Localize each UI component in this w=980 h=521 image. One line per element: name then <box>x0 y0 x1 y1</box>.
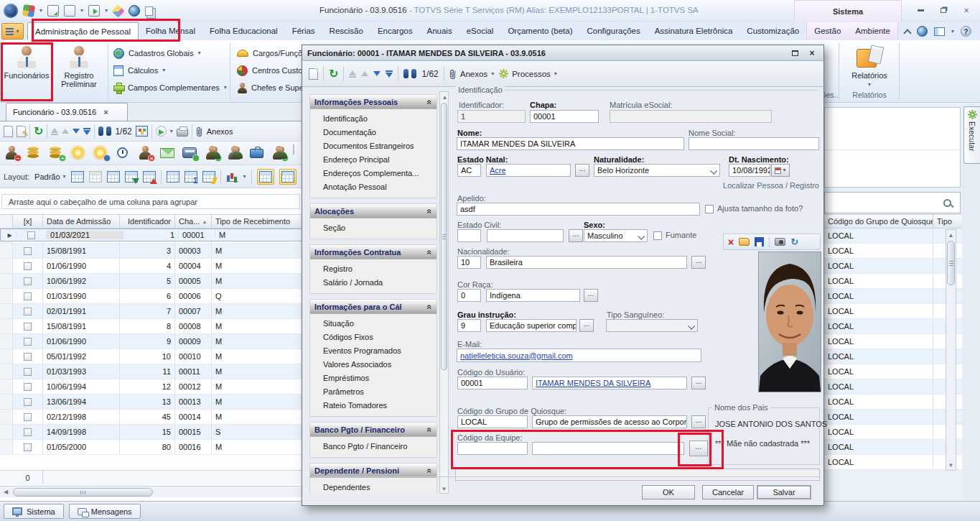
fumante-checkbox[interactable] <box>653 231 662 240</box>
table-row[interactable]: 10/06/1992500005M <box>0 274 307 289</box>
new-record-icon[interactable] <box>309 68 318 80</box>
chevron-down-icon[interactable]: ▾ <box>39 8 42 14</box>
chart-icon[interactable] <box>226 171 238 182</box>
mensagens-statusbar-button[interactable]: Mensagens <box>69 504 141 519</box>
ajusta-foto-checkbox[interactable] <box>705 205 714 213</box>
table-row[interactable]: 01/06/1990400004M <box>0 259 307 274</box>
scrollbar-thumb[interactable] <box>947 241 955 285</box>
schedule-icon[interactable] <box>115 145 132 161</box>
ok-button[interactable]: OK <box>642 485 695 499</box>
row-checkbox[interactable] <box>24 338 32 346</box>
email-field[interactable]: natielleleticia.souza@gmail.com <box>457 349 701 362</box>
search-binoculars-icon[interactable] <box>403 69 416 78</box>
export-layout-icon[interactable] <box>143 171 156 183</box>
chevron-down-icon[interactable]: ▾ <box>243 174 246 180</box>
briefcase-icon[interactable] <box>248 145 266 161</box>
close-tab-icon[interactable]: × <box>103 108 108 116</box>
nav-item-documentos-estrangeiros[interactable]: Documentos Estrangeiros <box>310 139 437 153</box>
nav-item-documentacao[interactable]: Documentação <box>310 126 437 139</box>
table-row[interactable]: 05/01/19921000010M <box>0 349 307 364</box>
help-icon[interactable]: ? <box>961 26 971 37</box>
ribbon-tab-assinatura-eletronica[interactable]: Assinatura Eletrônica <box>648 22 740 40</box>
processos-menu[interactable]: Processos ▾ <box>499 69 557 78</box>
nome-field[interactable]: ITAMAR MENDES DA SILVEIRA <box>457 137 684 150</box>
next-record-icon[interactable] <box>373 71 381 76</box>
estado-natal-lookup-button[interactable]: ... <box>575 164 589 177</box>
codigo-usuario-code-field[interactable]: 00001 <box>457 377 528 389</box>
nav-item-dependentes[interactable]: Dependentes <box>310 481 437 494</box>
dialog-maximize-button[interactable] <box>788 47 801 58</box>
nav-section-header[interactable]: Dependente / Pensioni« <box>310 464 437 478</box>
table-row[interactable]: LOCAL2 <box>824 289 962 304</box>
scroll-down-button[interactable]: ▼ <box>946 460 956 470</box>
grid-view-icon[interactable] <box>107 171 120 183</box>
close-button[interactable]: × <box>958 5 974 16</box>
header-grupo-quiosque[interactable]: Código do Grupo de Quiosque <box>824 215 933 228</box>
scroll-left-button[interactable]: ◀ <box>0 487 11 497</box>
table-row[interactable]: LOCAL5 <box>824 304 962 319</box>
table-row[interactable]: LOCAL5 <box>824 319 962 334</box>
row-checkbox[interactable] <box>24 368 32 376</box>
nav-section-header[interactable]: Informações Pessoais« <box>310 95 437 109</box>
grid-flash-icon[interactable] <box>202 171 215 183</box>
chefes-menu[interactable]: Chefes e Supe <box>237 80 304 95</box>
nav-item-emprestimos[interactable]: Empréstimos <box>310 372 437 385</box>
table-row[interactable]: LOCAL <box>824 395 962 410</box>
collapse-ribbon-icon[interactable] <box>903 29 911 37</box>
dialog-titlebar[interactable]: Funcionário: 00001 - ITAMAR MENDES DA SI… <box>302 45 823 61</box>
panel-icon[interactable] <box>934 27 945 36</box>
ribbon-tab-configuracoes[interactable]: Configurações <box>580 22 648 40</box>
grid-settings-icon[interactable] <box>167 171 179 183</box>
estado-civil-code-field[interactable] <box>457 229 481 242</box>
collapse-section-icon[interactable]: « <box>425 249 435 254</box>
globe-icon[interactable] <box>129 5 140 17</box>
table-row[interactable]: 02/01/1991700007M <box>0 304 307 319</box>
table-row[interactable]: LOCAL <box>824 334 962 349</box>
nav-item-registro[interactable]: Registro <box>310 262 437 276</box>
calendar-button[interactable]: ▾ <box>771 164 790 177</box>
copy-icon[interactable] <box>145 6 153 16</box>
codigo-usuario-lookup-button[interactable]: ... <box>691 377 706 389</box>
refresh-icon[interactable]: ↻ <box>329 68 338 80</box>
nav-item-situacao[interactable]: Situação <box>310 317 437 331</box>
rotate-photo-icon[interactable]: ↻ <box>790 237 798 246</box>
search-bar[interactable] <box>824 192 961 213</box>
ribbon-tab-administracao-de-pessoal[interactable]: Administração de Pessoal <box>27 22 139 40</box>
import-layout-icon[interactable] <box>125 171 138 183</box>
table-row[interactable]: LOCAL <box>824 440 962 455</box>
coins-icon[interactable] <box>26 145 43 161</box>
collapse-section-icon[interactable]: « <box>425 99 435 104</box>
nav-section-header[interactable]: Informações para o Cál« <box>310 300 437 314</box>
funcionarios-button[interactable]: Funcionários <box>2 42 51 100</box>
nav-item-valores-associados[interactable]: Valores Associados <box>310 358 437 372</box>
table-row[interactable]: 14/09/19981500015S <box>0 425 307 440</box>
tipo-sanguineo-select[interactable] <box>606 319 698 332</box>
table-row[interactable]: LOCAL <box>824 259 962 274</box>
row-checkbox[interactable] <box>24 428 32 436</box>
table-row[interactable]: LOCAL <box>824 229 962 244</box>
collapse-section-icon[interactable]: « <box>425 304 435 309</box>
delete-photo-icon[interactable]: × <box>728 237 734 247</box>
totvs-orb-icon[interactable] <box>4 4 18 18</box>
estado-natal-desc-field[interactable]: Acre <box>486 164 571 177</box>
row-checkbox[interactable] <box>24 413 32 421</box>
toggle-split-view-icon[interactable] <box>279 169 297 185</box>
row-checkbox[interactable] <box>24 277 32 285</box>
ribbon-tab-gestao[interactable]: Gestão <box>807 22 848 40</box>
anexos-menu[interactable]: Anexos ▾ <box>449 68 494 80</box>
open-photo-icon[interactable] <box>739 238 750 246</box>
camera-icon[interactable] <box>775 238 785 246</box>
nav-item-banco-pgto-financeiro[interactable]: Banco Pgto / Financeiro <box>310 440 437 453</box>
app-cube-icon[interactable] <box>22 4 35 17</box>
header-tipo-recebimento[interactable]: Tipo de Recebimento <box>212 215 307 228</box>
print-icon[interactable] <box>177 126 188 137</box>
table-row[interactable]: 15/08/1991300003M <box>0 244 307 259</box>
transfer-employees-icon[interactable] <box>204 145 221 161</box>
ribbon-tab-encargos[interactable]: Encargos <box>370 22 420 40</box>
export-icon[interactable] <box>156 126 167 137</box>
codigo-equipe-code-field[interactable] <box>457 442 528 455</box>
nav-item-eventos-programados[interactable]: Eventos Programados <box>310 344 437 358</box>
web-icon[interactable] <box>917 26 928 37</box>
apelido-field[interactable]: asdf <box>457 203 700 216</box>
table-row[interactable]: LOCAL <box>824 349 962 364</box>
